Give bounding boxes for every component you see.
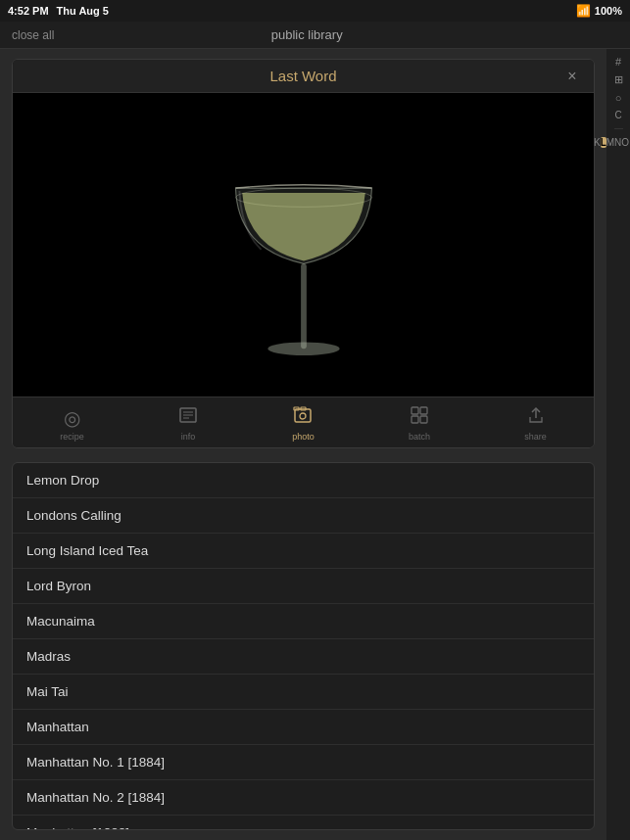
alpha-letter-m[interactable]: M: [606, 137, 614, 148]
alpha-top-icons: # ⊞ ○ C: [614, 51, 623, 129]
tab-bar: ◎ recipe info: [13, 397, 594, 447]
recipe-icon: ◎: [64, 406, 80, 430]
svg-rect-13: [412, 416, 418, 423]
cocktail-list: Lemon Drop Londons Calling Long Island I…: [12, 462, 595, 830]
tab-share-label: share: [524, 432, 547, 442]
tab-share[interactable]: share: [514, 403, 557, 443]
share-icon: [526, 405, 546, 430]
library-title: public library: [271, 27, 343, 42]
tab-photo-label: photo: [292, 432, 315, 442]
main-content: Last Word ×: [0, 49, 630, 840]
list-item[interactable]: Long Island Iced Tea: [13, 534, 594, 569]
list-item[interactable]: Manhattan No. 1 [1884]: [13, 745, 594, 780]
list-item[interactable]: Lord Byron: [13, 569, 594, 604]
status-bar: 4:52 PM Thu Aug 5 📶 100%: [0, 0, 630, 22]
battery-level: 100%: [595, 5, 622, 17]
status-right: 📶 100%: [576, 4, 622, 18]
modal-title: Last Word: [269, 68, 336, 84]
tab-recipe[interactable]: ◎ recipe: [50, 404, 94, 443]
cocktail-glass-image: [206, 108, 402, 382]
list-item[interactable]: Manhattan [1888]: [13, 816, 594, 830]
status-left: 4:52 PM Thu Aug 5: [8, 5, 109, 17]
tab-batch-label: batch: [409, 432, 430, 442]
svg-rect-14: [420, 416, 427, 423]
list-item[interactable]: Macunaima: [13, 604, 594, 639]
c-icon[interactable]: C: [614, 109, 621, 122]
number-icon[interactable]: #: [615, 55, 621, 70]
svg-rect-1: [301, 263, 307, 349]
svg-rect-7: [295, 409, 311, 422]
svg-rect-12: [420, 407, 427, 414]
list-item[interactable]: Madras: [13, 639, 594, 675]
alphabet-sidebar: # ⊞ ○ C ABCDEFGHIJKLMNOPQRSTUVWXYZ: [606, 49, 630, 840]
svg-point-2: [267, 342, 339, 355]
tab-batch[interactable]: batch: [399, 403, 440, 443]
batch-icon: [410, 405, 429, 430]
header-bar: close all public library: [0, 22, 630, 49]
modal-header: Last Word ×: [13, 60, 594, 93]
tab-photo[interactable]: photo: [282, 403, 324, 443]
modal-card: Last Word ×: [12, 59, 595, 448]
list-item[interactable]: Manhattan No. 2 [1884]: [13, 780, 594, 816]
alpha-letter-o[interactable]: O: [621, 137, 629, 148]
tab-info-label: info: [181, 432, 196, 442]
left-content: Last Word ×: [0, 49, 606, 840]
status-date: Thu Aug 5: [57, 5, 109, 17]
grid-icon[interactable]: ⊞: [614, 72, 623, 87]
circle-icon[interactable]: ○: [615, 91, 622, 106]
cocktail-image-area: [13, 93, 594, 397]
close-all-button[interactable]: close all: [12, 28, 54, 42]
tab-info[interactable]: info: [169, 403, 208, 443]
status-time: 4:52 PM: [8, 5, 49, 17]
tab-recipe-label: recipe: [60, 432, 84, 442]
list-item[interactable]: Londons Calling: [13, 498, 594, 534]
wifi-icon: 📶: [576, 4, 591, 18]
info-icon: [178, 405, 198, 430]
list-item[interactable]: Lemon Drop: [13, 463, 594, 498]
list-item[interactable]: Manhattan: [13, 710, 594, 745]
photo-icon: [293, 405, 313, 430]
modal-close-button[interactable]: ×: [562, 67, 582, 86]
list-item[interactable]: Mai Tai: [13, 675, 594, 710]
svg-rect-11: [412, 407, 418, 414]
svg-point-10: [300, 413, 306, 419]
alpha-letter-k[interactable]: K: [594, 137, 601, 148]
